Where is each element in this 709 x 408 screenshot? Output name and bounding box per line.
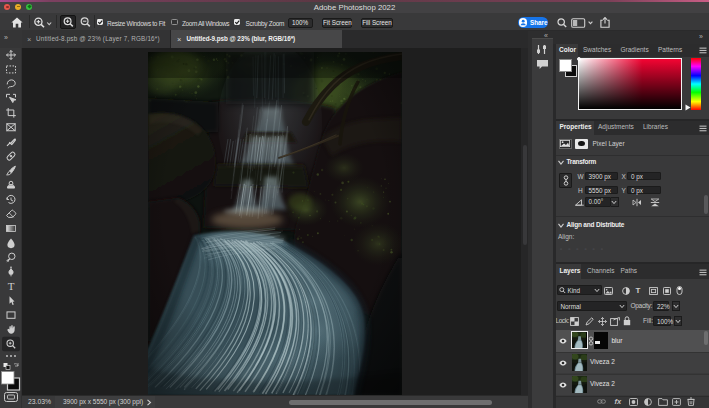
svg-text:T: T [8, 280, 15, 292]
